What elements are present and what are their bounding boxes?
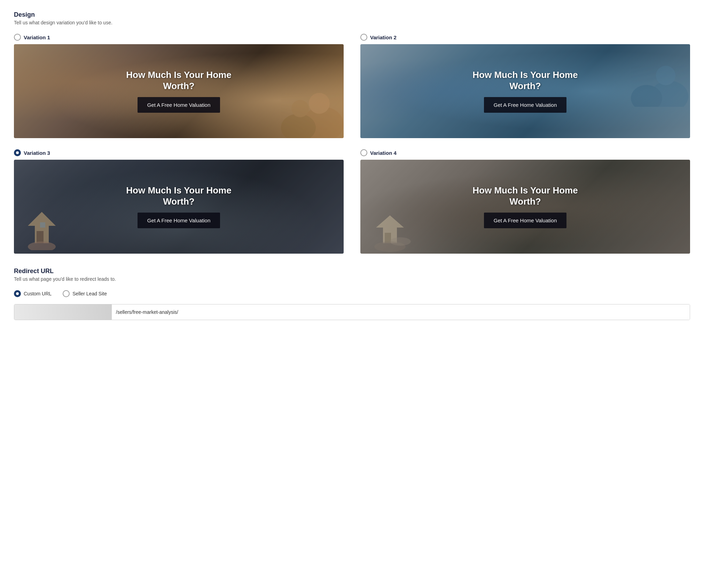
- custom-url-option[interactable]: Custom URL: [14, 290, 52, 297]
- variation-1-decoration: [274, 69, 344, 138]
- variation-4-label[interactable]: Variation 4: [360, 149, 690, 156]
- variation-2-heading: How Much Is Your Home Worth?: [470, 70, 581, 91]
- variation-2-cta-button[interactable]: Get A Free Home Valuation: [484, 97, 567, 113]
- design-title: Design: [14, 11, 690, 18]
- design-subtitle: Tell us what design variation you'd like…: [14, 20, 690, 25]
- variations-grid: Variation 1 How Much Is Your Home Worth?…: [14, 34, 690, 254]
- svg-point-3: [291, 100, 309, 117]
- variation-1-content: How Much Is Your Home Worth? Get A Free …: [116, 63, 242, 119]
- variation-4-content: How Much Is Your Home Worth? Get A Free …: [463, 178, 588, 235]
- variation-1-cta-button[interactable]: Get A Free Home Valuation: [138, 97, 220, 113]
- variation-3-house-decoration: [21, 208, 63, 250]
- seller-lead-option[interactable]: Seller Lead Site: [63, 290, 107, 297]
- variation-1-label-text: Variation 1: [24, 34, 50, 40]
- variation-3-card[interactable]: How Much Is Your Home Worth? Get A Free …: [14, 160, 344, 254]
- variation-1-heading: How Much Is Your Home Worth?: [123, 70, 235, 91]
- variation-3-content: How Much Is Your Home Worth? Get A Free …: [116, 178, 242, 235]
- variation-4-cta-button[interactable]: Get A Free Home Valuation: [484, 213, 567, 228]
- variation-3-cta-button[interactable]: Get A Free Home Valuation: [138, 213, 220, 228]
- variation-1-card[interactable]: How Much Is Your Home Worth? Get A Free …: [14, 44, 344, 138]
- variation-3-label-text: Variation 3: [24, 150, 50, 156]
- variation-3-label[interactable]: Variation 3: [14, 149, 344, 156]
- seller-lead-radio[interactable]: [63, 290, 70, 297]
- variation-2-decoration: [627, 44, 690, 107]
- redirect-options: Custom URL Seller Lead Site: [14, 290, 690, 297]
- variation-1-label[interactable]: Variation 1: [14, 34, 344, 41]
- svg-point-10: [28, 241, 56, 250]
- variation-3-item: Variation 3 How Much Is Your Home Worth?…: [14, 149, 344, 254]
- svg-rect-9: [40, 222, 45, 228]
- variation-2-label[interactable]: Variation 2: [360, 34, 690, 41]
- variation-4-label-text: Variation 4: [370, 150, 397, 156]
- variation-4-card[interactable]: How Much Is Your Home Worth? Get A Free …: [360, 160, 690, 254]
- custom-url-label: Custom URL: [24, 291, 52, 296]
- variation-1-radio[interactable]: [14, 34, 21, 41]
- svg-point-14: [390, 237, 411, 246]
- variation-4-heading: How Much Is Your Home Worth?: [470, 185, 581, 207]
- custom-url-radio[interactable]: [14, 290, 21, 297]
- svg-point-5: [656, 66, 675, 85]
- svg-rect-8: [37, 231, 44, 243]
- variation-2-radio[interactable]: [360, 34, 367, 41]
- variation-4-item: Variation 4 How Much Is Your Home Worth?…: [360, 149, 690, 254]
- variation-3-radio[interactable]: [14, 149, 21, 156]
- redirect-title: Redirect URL: [14, 268, 690, 275]
- url-path-input[interactable]: [112, 304, 690, 320]
- redirect-section: Redirect URL Tell us what page you'd lik…: [14, 268, 690, 320]
- url-blurred-prefix: [14, 304, 112, 320]
- variation-2-card[interactable]: How Much Is Your Home Worth? Get A Free …: [360, 44, 690, 138]
- seller-lead-label: Seller Lead Site: [72, 291, 107, 296]
- svg-point-1: [309, 93, 330, 114]
- variation-2-item: Variation 2 How Much Is Your Home Worth?…: [360, 34, 690, 138]
- redirect-subtitle: Tell us what page you'd like to redirect…: [14, 276, 690, 282]
- variation-4-radio[interactable]: [360, 149, 367, 156]
- url-input-row: [14, 304, 690, 320]
- variation-2-content: How Much Is Your Home Worth? Get A Free …: [463, 63, 588, 119]
- variation-2-label-text: Variation 2: [370, 34, 397, 40]
- variation-1-item: Variation 1 How Much Is Your Home Worth?…: [14, 34, 344, 138]
- variation-4-decoration: [366, 214, 414, 252]
- variation-3-heading: How Much Is Your Home Worth?: [123, 185, 235, 207]
- design-section: Design Tell us what design variation you…: [14, 11, 690, 254]
